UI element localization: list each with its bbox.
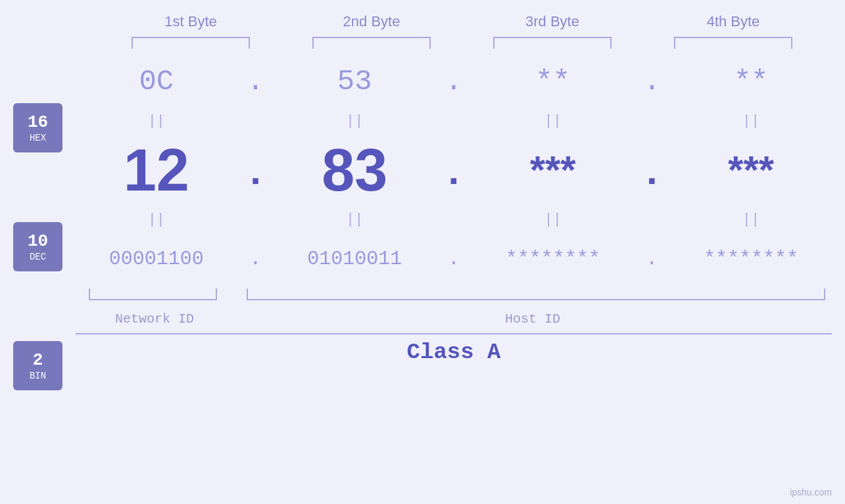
dot-hex-1: . [246, 65, 266, 98]
hex-base-label: HEX [30, 133, 46, 143]
eq-2-1: || [84, 212, 229, 228]
dec-badge: 10 DEC [13, 222, 62, 271]
bin-badge: 2 BIN [13, 341, 62, 390]
eq-2-2: || [282, 212, 427, 228]
hex-val-3: ** [481, 65, 625, 98]
top-bracket-4 [674, 37, 792, 49]
class-a-label: Class A [407, 340, 501, 365]
bin-row: 00001100 . 01010011 . ******** . [76, 233, 832, 285]
dot-dec-1: . [246, 148, 266, 193]
bracket-network [89, 288, 217, 300]
network-id-label: Network ID [76, 311, 233, 327]
equals-row-1: || || || || [76, 108, 832, 134]
eq-1-2: || [282, 113, 427, 129]
hex-base-num: 16 [28, 112, 48, 133]
dot-bin-3: . [642, 248, 662, 270]
eq-1-4: || [679, 113, 823, 129]
bin-val-2: 01010011 [282, 248, 427, 270]
top-bracket-2 [312, 37, 431, 49]
class-a-row: Class A [76, 333, 832, 369]
dec-val-1: 12 [84, 141, 229, 200]
byte-label-4: 4th Byte [661, 13, 806, 30]
eq-2-3: || [481, 212, 625, 228]
eq-1-3: || [481, 113, 625, 129]
dot-hex-2: . [444, 65, 464, 98]
dec-val-3: *** [481, 150, 625, 190]
bin-val-4: ******** [679, 248, 823, 270]
dec-base-label: DEC [30, 252, 46, 262]
byte-label-2: 2nd Byte [299, 13, 444, 30]
main-container: 1st Byte 2nd Byte 3rd Byte 4th Byte 16 H… [0, 0, 845, 504]
hex-row: 0C . 53 . ** . ** [76, 55, 832, 108]
bracket-host [247, 288, 825, 300]
data-columns: 0C . 53 . ** . ** [76, 55, 845, 504]
bin-base-num: 2 [33, 350, 43, 371]
dot-dec-3: . [642, 148, 662, 193]
eq-1-1: || [84, 113, 229, 129]
hex-val-4: ** [679, 65, 823, 98]
byte-label-1: 1st Byte [118, 13, 263, 30]
dot-bin-2: . [444, 248, 464, 270]
dec-row: 12 . 83 . *** . *** [76, 134, 832, 206]
host-id-label: Host ID [233, 311, 832, 327]
top-bracket-1 [132, 37, 250, 49]
bin-val-3: ******** [481, 248, 625, 270]
byte-labels-row: 1st Byte 2nd Byte 3rd Byte 4th Byte [101, 13, 824, 30]
top-brackets-row [101, 37, 824, 49]
bin-base-label: BIN [30, 371, 46, 381]
content-area: 16 HEX 10 DEC 2 BIN 0C . [0, 55, 845, 504]
dec-val-4: *** [679, 150, 823, 190]
dot-dec-2: . [444, 148, 464, 193]
base-badges: 16 HEX 10 DEC 2 BIN [0, 55, 76, 504]
hex-val-2: 53 [282, 65, 427, 98]
equals-row-2: || || || || [76, 206, 832, 233]
top-bracket-3 [493, 37, 612, 49]
dec-base-num: 10 [28, 231, 48, 252]
bin-val-1: 00001100 [84, 248, 229, 270]
byte-label-3: 3rd Byte [480, 13, 625, 30]
hex-badge: 16 HEX [13, 103, 62, 152]
eq-2-4: || [679, 212, 823, 228]
bottom-brackets-container [76, 288, 832, 308]
id-labels-row: Network ID Host ID [76, 311, 832, 327]
dec-val-2: 83 [282, 141, 427, 200]
dot-hex-3: . [642, 65, 662, 98]
hex-val-1: 0C [84, 65, 229, 98]
dot-bin-1: . [246, 248, 266, 270]
watermark: ipshu.com [790, 487, 832, 497]
